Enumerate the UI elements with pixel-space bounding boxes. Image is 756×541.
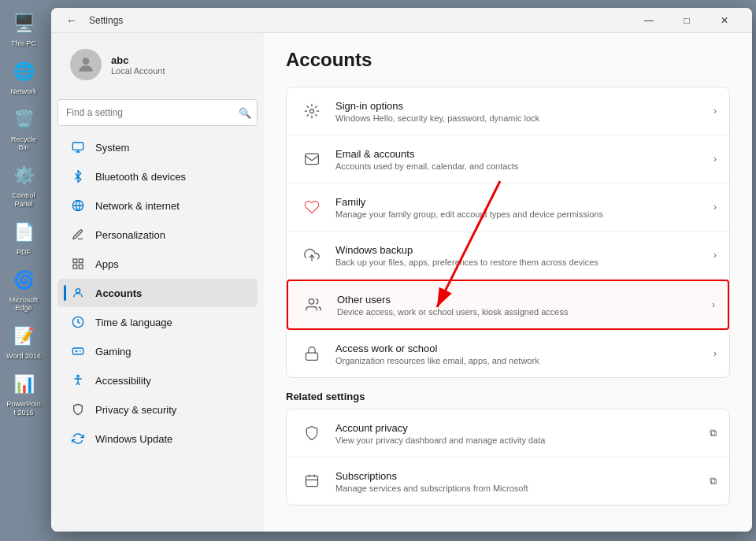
search-input[interactable] bbox=[57, 99, 258, 126]
close-button[interactable]: ✕ bbox=[706, 8, 743, 33]
external-link-icon: ⧉ bbox=[710, 427, 717, 439]
settings-title-other-users: Other users bbox=[337, 294, 712, 306]
nav-label-bluetooth: Bluetooth & devices bbox=[95, 171, 186, 183]
sidebar-item-windows-update[interactable]: Windows Update bbox=[57, 424, 258, 453]
svg-rect-1 bbox=[72, 143, 83, 150]
desktop-icon-word[interactable]: 📝 Word 2016 bbox=[4, 319, 43, 364]
desktop-icons: 🖥️ This PC 🌐 Network 🗑️ Recycle Bin ⚙️ C… bbox=[0, 0, 47, 541]
user-info: abc Local Account bbox=[111, 54, 165, 76]
desktop-icon-recycle[interactable]: 🗑️ Recycle Bin bbox=[4, 102, 43, 156]
minimize-button[interactable]: — bbox=[631, 8, 667, 33]
svg-point-10 bbox=[77, 375, 80, 377]
nav-icon-apps bbox=[70, 256, 86, 272]
sidebar-item-gaming[interactable]: Gaming bbox=[57, 337, 258, 365]
nav-label-apps: Apps bbox=[95, 258, 119, 270]
related-item-account-privacy[interactable]: Account privacy View your privacy dashbo… bbox=[287, 409, 729, 458]
related-settings-label: Related settings bbox=[286, 391, 730, 402]
icon-image: 📊 bbox=[9, 370, 38, 398]
user-name: abc bbox=[111, 54, 165, 66]
related-title-account-privacy: Account privacy bbox=[335, 422, 710, 434]
nav-label-privacy: Privacy & security bbox=[95, 404, 176, 416]
nav-icon-windows-update bbox=[70, 431, 86, 447]
settings-title-email-accounts: Email & accounts bbox=[335, 148, 713, 160]
nav-icon-network bbox=[70, 198, 86, 213]
settings-text-email-accounts: Email & accounts Accounts used by email,… bbox=[335, 148, 713, 171]
settings-item-signin-options[interactable]: Sign-in options Windows Hello, security … bbox=[287, 87, 729, 135]
sidebar-item-bluetooth[interactable]: Bluetooth & devices bbox=[57, 162, 258, 191]
svg-point-0 bbox=[83, 57, 90, 65]
nav-label-system: System bbox=[95, 142, 129, 154]
svg-rect-5 bbox=[73, 265, 77, 269]
icon-image: 🌐 bbox=[9, 57, 38, 86]
search-box: 🔍 bbox=[57, 99, 258, 126]
sidebar-item-accessibility[interactable]: Accessibility bbox=[57, 366, 258, 395]
related-title-subscriptions: Subscriptions bbox=[335, 470, 710, 482]
desktop-icon-this-pc[interactable]: 🖥️ This PC bbox=[4, 6, 43, 51]
title-bar: ← Settings — □ ✕ bbox=[51, 8, 752, 33]
settings-text-family: Family Manage your family group, edit ac… bbox=[335, 196, 713, 219]
nav-label-accessibility: Accessibility bbox=[95, 375, 151, 387]
related-desc-subscriptions: Manage services and subscriptions from M… bbox=[335, 484, 710, 493]
sidebar-item-system[interactable]: System bbox=[57, 133, 258, 161]
user-type: Local Account bbox=[111, 66, 165, 76]
svg-rect-3 bbox=[73, 259, 77, 263]
settings-item-windows-backup[interactable]: Windows backup Back up your files, apps,… bbox=[287, 232, 729, 280]
settings-list: Sign-in options Windows Hello, security … bbox=[286, 87, 730, 378]
window-title: Settings bbox=[89, 15, 631, 26]
icon-label: This PC bbox=[11, 39, 36, 48]
settings-item-access-work[interactable]: Access work or school Organization resou… bbox=[287, 330, 729, 377]
nav-icon-accounts bbox=[70, 285, 86, 301]
icon-image: 📝 bbox=[9, 322, 38, 350]
settings-icon-signin-options bbox=[299, 98, 324, 124]
maximize-button[interactable]: □ bbox=[669, 8, 705, 33]
sidebar-item-accounts[interactable]: Accounts bbox=[57, 279, 258, 307]
settings-title-windows-backup: Windows backup bbox=[335, 244, 713, 256]
icon-label: Word 2016 bbox=[6, 352, 41, 361]
desktop-icon-pdf[interactable]: 📄 PDF bbox=[4, 215, 43, 260]
nav-label-time: Time & language bbox=[95, 317, 172, 328]
svg-rect-6 bbox=[79, 265, 83, 269]
icon-image: 🗑️ bbox=[9, 106, 38, 134]
desktop-icon-network[interactable]: 🌐 Network bbox=[4, 54, 43, 99]
nav-label-network: Network & internet bbox=[95, 200, 180, 212]
desktop-icon-powerpoint[interactable]: 📊 PowerPoint 2016 bbox=[4, 367, 43, 421]
svg-rect-9 bbox=[72, 348, 83, 354]
sidebar-item-personalization[interactable]: Personalization bbox=[57, 220, 258, 249]
chevron-right-icon: › bbox=[713, 250, 717, 261]
settings-item-other-users[interactable]: Other users Device access, work or schoo… bbox=[287, 280, 729, 330]
chevron-right-icon: › bbox=[713, 106, 717, 117]
nav-label-accounts: Accounts bbox=[95, 287, 142, 299]
sidebar-item-time[interactable]: Time & language bbox=[57, 308, 258, 336]
nav-label-gaming: Gaming bbox=[95, 346, 132, 358]
sidebar-item-privacy[interactable]: Privacy & security bbox=[57, 395, 258, 424]
chevron-right-icon: › bbox=[713, 154, 717, 165]
back-button[interactable]: ← bbox=[61, 9, 83, 31]
settings-item-family[interactable]: Family Manage your family group, edit ac… bbox=[287, 183, 729, 232]
related-icon-subscriptions bbox=[299, 469, 324, 494]
svg-point-14 bbox=[309, 299, 314, 305]
settings-icon-family bbox=[299, 195, 324, 220]
nav-icon-gaming bbox=[70, 343, 86, 359]
chevron-right-icon: › bbox=[713, 202, 717, 213]
svg-point-7 bbox=[76, 289, 80, 293]
sidebar-item-apps[interactable]: Apps bbox=[57, 250, 258, 278]
settings-text-other-users: Other users Device access, work or schoo… bbox=[337, 294, 712, 317]
sidebar-item-network[interactable]: Network & internet bbox=[57, 191, 258, 220]
chevron-right-icon: › bbox=[713, 348, 717, 359]
settings-desc-other-users: Device access, work or school users, kio… bbox=[337, 307, 712, 317]
related-settings-list: Account privacy View your privacy dashbo… bbox=[286, 409, 730, 506]
icon-image: 🖥️ bbox=[9, 9, 38, 38]
settings-item-email-accounts[interactable]: Email & accounts Accounts used by email,… bbox=[287, 135, 729, 183]
related-text-account-privacy: Account privacy View your privacy dashbo… bbox=[335, 422, 710, 445]
settings-icon-email-accounts bbox=[299, 146, 324, 172]
desktop-icon-control-panel[interactable]: ⚙️ Control Panel bbox=[4, 158, 43, 212]
icon-label: Recycle Bin bbox=[6, 135, 42, 153]
desktop-icon-edge[interactable]: 🌀 Microsoft Edge bbox=[4, 263, 43, 317]
related-item-subscriptions[interactable]: Subscriptions Manage services and subscr… bbox=[287, 458, 729, 505]
settings-window: ← Settings — □ ✕ abc Local Account bbox=[51, 8, 752, 532]
svg-rect-15 bbox=[306, 353, 318, 360]
user-profile[interactable]: abc Local Account bbox=[57, 39, 258, 93]
main-content: abc Local Account 🔍 System Bluetooth & d… bbox=[51, 33, 752, 532]
settings-title-signin-options: Sign-in options bbox=[335, 100, 713, 112]
related-icon-account-privacy bbox=[299, 421, 324, 446]
